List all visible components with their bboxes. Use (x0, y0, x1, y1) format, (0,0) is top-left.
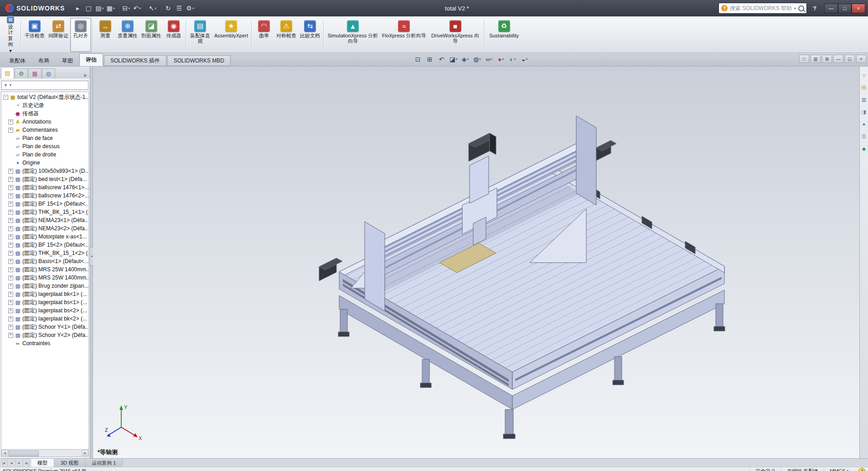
expander-plus-icon[interactable]: + (8, 210, 13, 215)
expander-plus-icon[interactable]: + (8, 128, 13, 133)
tree-item[interactable]: ◔历史记录 (1, 101, 88, 109)
panel-expand-button[interactable]: » (81, 72, 89, 78)
document-tab-2[interactable]: 运动算例 1 (85, 459, 123, 467)
tree-item[interactable]: +▧(固定) NEMA23<2> (Défa... (1, 224, 88, 233)
new-document-button[interactable]: ▢ (83, 2, 94, 14)
expander-plus-icon[interactable]: + (8, 251, 13, 256)
first-tab-button[interactable]: |◂ (0, 459, 8, 467)
tree-item[interactable]: +▧(固定) ballscrew 1476<2>... (1, 192, 88, 200)
file-properties-button[interactable]: ☰ (174, 2, 185, 14)
custom-properties-button[interactable]: ☰ (860, 133, 868, 140)
section-properties-button[interactable]: ◪剖面属性 (140, 18, 163, 52)
search-input[interactable]: ? 搜索 SOLIDWORKS 帮助 ▾ (718, 3, 807, 14)
view-settings-button[interactable]: ◒▾ (519, 54, 530, 65)
machine-z-motor[interactable] (469, 133, 496, 161)
previous-view-button[interactable]: ↶ (436, 54, 447, 65)
section-view-button[interactable]: ◪▾ (448, 54, 459, 65)
tree-item[interactable]: +▧(固定) lagerplaat bs<2> (... (1, 306, 88, 315)
tree-item[interactable]: +▰Commentaires (1, 126, 88, 134)
doc-close-button[interactable]: × (856, 55, 866, 63)
tree-item[interactable]: +▧(固定) Brug zonder zijpan... (1, 282, 88, 290)
tree-item[interactable]: +▧(固定) 100x50x893<1> (D... (1, 167, 88, 175)
expander-plus-icon[interactable]: + (8, 275, 13, 280)
scroll-left-button[interactable]: ◂ (1, 450, 8, 456)
last-tab-button[interactable]: ▸| (23, 459, 31, 467)
scrollbar-track[interactable] (8, 450, 82, 456)
help-button[interactable]: ? (810, 3, 820, 13)
expander-plus-icon[interactable]: + (8, 308, 13, 313)
next-tab-button[interactable]: ▸ (16, 459, 23, 467)
rebuild-button[interactable]: ↻ (163, 2, 174, 14)
split-four-view-button[interactable]: ⊞ (822, 55, 832, 63)
curvature-button[interactable]: ◠曲率 (253, 18, 274, 52)
command-tab-1[interactable]: 布局 (32, 55, 56, 66)
floxpress-wizard-button[interactable]: ≈FloXpress 分析向导 (380, 18, 428, 52)
assembly-visualization-button[interactable]: ▤装配体直观 (188, 18, 212, 52)
tree-item[interactable]: +▧(固定) BF 15<1> (Défaut<... (1, 200, 88, 208)
doc-restore-button[interactable]: ◱ (845, 55, 855, 63)
expander-plus-icon[interactable]: + (8, 259, 13, 264)
cnc-machine-model[interactable] (93, 67, 859, 458)
view-orientation-button[interactable]: ◈▾ (460, 54, 470, 65)
split-two-view-button[interactable]: ▥ (811, 55, 821, 63)
tree-item[interactable]: ◉传感器 (1, 109, 88, 118)
tree-item[interactable]: +▧(固定) lagerplaat bk<2> (... (1, 315, 88, 323)
tree-item[interactable]: +▧(固定) ballscrew 1476<1>... (1, 183, 88, 192)
expander-plus-icon[interactable]: + (8, 218, 13, 223)
menu-expand-button[interactable]: ▸ (72, 2, 83, 14)
doc-minimize-button[interactable]: — (833, 55, 843, 63)
expander-plus-icon[interactable]: + (8, 292, 13, 297)
document-tab-1[interactable]: 3D 视图 (54, 459, 85, 467)
quick-tips-icon[interactable]: ? (858, 468, 865, 471)
edit-appearance-button[interactable]: ●▾ (496, 54, 506, 65)
machine-x-axis-motor[interactable] (319, 258, 342, 281)
file-explorer-button[interactable]: ▥ (860, 96, 868, 103)
tree-item[interactable]: +▧(固定) bed test<1> (Défa... (1, 175, 88, 183)
tree-item[interactable]: +▧(固定) lagerplaat bs<1> (... (1, 298, 88, 306)
tree-item[interactable]: +▧(固定) THK_BK_15_1<1> (... (1, 208, 88, 216)
view-palette-button[interactable]: ◨ (860, 108, 868, 115)
expander-plus-icon[interactable]: + (8, 169, 13, 174)
assemblyxpert-button[interactable]: ★AssemblyXpert (212, 18, 250, 52)
undo-button[interactable]: ↶▾ (132, 2, 143, 14)
featuremanager-tab[interactable]: ▤ (1, 67, 14, 78)
close-button[interactable]: × (852, 4, 865, 13)
zoom-area-button[interactable]: ⊞ (424, 54, 435, 65)
display-style-button[interactable]: ◍▾ (472, 54, 482, 65)
forum-button[interactable]: ◆ (860, 145, 868, 152)
scroll-right-button[interactable]: ▸ (82, 450, 88, 456)
document-tab-0[interactable]: 模型 (31, 459, 54, 467)
tree-item[interactable]: ∞Contraintes (1, 339, 88, 347)
filter-dropdown-icon[interactable]: ▾ (10, 83, 11, 87)
expander-plus-icon[interactable]: + (8, 300, 13, 305)
expander-plus-icon[interactable]: + (8, 284, 13, 289)
expander-plus-icon[interactable]: + (8, 325, 13, 330)
command-tab-3[interactable]: 评估 (79, 53, 103, 66)
tree-item[interactable]: +▧(固定) Schoor Y<1> (Défa... (1, 323, 88, 331)
tree-item[interactable]: +▧(固定) THK_BK_15_1<2> (... (1, 249, 88, 257)
tree-item[interactable]: +▧(固定) lagerplaat bk<1> (... (1, 290, 88, 298)
design-study-button[interactable]: ▧设计算例▾ (2, 18, 19, 52)
appearances-scenes-button[interactable]: ● (860, 120, 868, 128)
tree-item[interactable]: +▧(固定) Schoor Y<2> (Défa... (1, 331, 88, 339)
tree-filter-input[interactable]: ▼ ▾ (1, 81, 88, 90)
graphics-viewport[interactable]: Y X Z *等轴测 (93, 67, 859, 458)
tree-item[interactable]: +▧(固定) BF 15<2> (Défaut<... (1, 241, 88, 249)
expander-plus-icon[interactable]: + (8, 333, 13, 338)
command-tab-0[interactable]: 装配体 (3, 55, 32, 66)
compare-documents-button[interactable]: ⇆比较文档 (298, 18, 322, 52)
command-tab-2[interactable]: 草图 (56, 55, 79, 66)
tree-item[interactable]: +AAnnotations (1, 118, 88, 126)
mass-properties-button[interactable]: ⊕质量属性 (116, 18, 140, 52)
tree-item[interactable]: +▧(固定) Basis<1> (Défaut<... (1, 257, 88, 265)
hole-alignment-button[interactable]: ◎孔对齐 (70, 18, 91, 52)
solidworks-resources-button[interactable]: ⌂ (860, 71, 868, 78)
maximize-button[interactable]: □ (838, 4, 852, 13)
open-button[interactable]: ▤▾ (94, 2, 105, 14)
measure-button[interactable]: ↔测量 (95, 18, 116, 52)
displaymanager-tab[interactable]: ◍ (42, 68, 55, 78)
minimize-button[interactable]: — (824, 4, 838, 13)
prev-tab-button[interactable]: ◂ (8, 459, 16, 467)
symmetry-check-button[interactable]: ⚠对称检查 (274, 18, 298, 52)
expander-minus-icon[interactable]: − (3, 95, 8, 100)
